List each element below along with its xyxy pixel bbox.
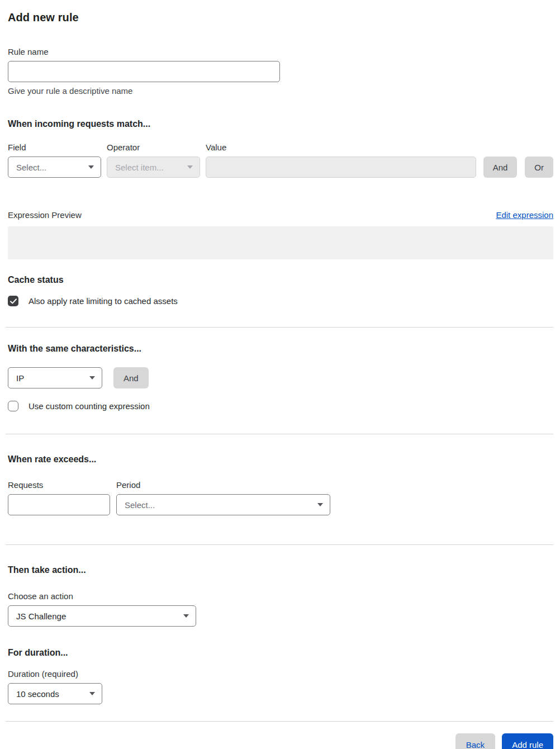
- value-column: Value: [206, 143, 476, 178]
- chevron-down-icon: [317, 503, 323, 506]
- period-label: Period: [116, 480, 330, 490]
- chevron-down-icon: [187, 165, 193, 169]
- back-button[interactable]: Back: [455, 733, 495, 749]
- operator-select-value: Select item...: [115, 163, 164, 172]
- field-select[interactable]: Select...: [8, 157, 101, 178]
- action-select-value: JS Challenge: [16, 611, 66, 621]
- custom-counting-checkbox[interactable]: [8, 401, 18, 411]
- requests-input[interactable]: [8, 494, 110, 515]
- section-heading-action: Then take action...: [8, 565, 553, 575]
- divider: [6, 434, 553, 434]
- characteristic-select[interactable]: IP: [8, 367, 102, 388]
- section-heading-characteristics: With the same characteristics...: [8, 344, 553, 354]
- match-row: Field Select... Operator Select item... …: [8, 143, 553, 178]
- period-column: Period Select...: [116, 480, 330, 515]
- chevron-down-icon: [89, 692, 95, 695]
- divider: [6, 544, 553, 545]
- cached-assets-label: Also apply rate limiting to cached asset…: [29, 296, 178, 306]
- edit-expression-link[interactable]: Edit expression: [496, 210, 553, 220]
- value-label: Value: [206, 143, 476, 152]
- rule-name-label: Rule name: [8, 47, 553, 56]
- period-select[interactable]: Select...: [116, 494, 330, 515]
- cached-assets-checkbox[interactable]: [8, 296, 18, 306]
- duration-select-value: 10 seconds: [16, 689, 59, 699]
- operator-column: Operator Select item...: [107, 143, 200, 178]
- expression-preview-box: [8, 226, 553, 259]
- or-button[interactable]: Or: [525, 157, 553, 178]
- rule-name-input[interactable]: [8, 61, 280, 82]
- rate-row: Requests Period Select...: [8, 480, 553, 515]
- expression-preview-label: Expression Preview: [8, 210, 82, 220]
- add-rule-form: Add new rule Rule name Give your rule a …: [0, 0, 560, 749]
- rule-name-group: Rule name Give your rule a descriptive n…: [8, 47, 553, 96]
- duration-label: Duration (required): [8, 669, 553, 679]
- value-input: [206, 157, 476, 178]
- operator-label: Operator: [107, 143, 200, 152]
- requests-label: Requests: [8, 480, 110, 490]
- characteristic-select-value: IP: [16, 373, 24, 383]
- and-button[interactable]: And: [483, 157, 518, 178]
- and-column: And: [483, 157, 518, 178]
- action-select[interactable]: JS Challenge: [8, 605, 196, 627]
- period-select-value: Select...: [125, 500, 155, 510]
- section-heading-rate: When rate exceeds...: [8, 454, 553, 464]
- section-heading-duration: For duration...: [8, 648, 553, 658]
- characteristics-row: IP And: [8, 367, 553, 388]
- form-footer: Back Add rule: [8, 733, 553, 749]
- field-label: Field: [8, 143, 101, 152]
- characteristic-and-button[interactable]: And: [113, 367, 149, 388]
- duration-select[interactable]: 10 seconds: [8, 683, 102, 704]
- action-label: Choose an action: [8, 591, 553, 601]
- custom-counting-row: Use custom counting expression: [8, 401, 553, 411]
- divider: [6, 721, 553, 722]
- operator-select: Select item...: [107, 157, 200, 178]
- or-column: Or: [525, 157, 553, 178]
- custom-counting-label: Use custom counting expression: [29, 401, 150, 411]
- expression-preview-header: Expression Preview Edit expression: [8, 210, 553, 220]
- divider: [6, 327, 553, 328]
- cached-assets-row: Also apply rate limiting to cached asset…: [8, 296, 553, 306]
- field-column: Field Select...: [8, 143, 101, 178]
- rule-name-helper: Give your rule a descriptive name: [8, 86, 553, 96]
- checkmark-icon: [10, 298, 17, 304]
- add-rule-button[interactable]: Add rule: [502, 733, 553, 749]
- section-heading-cache-status: Cache status: [8, 275, 553, 285]
- field-select-value: Select...: [16, 163, 46, 172]
- chevron-down-icon: [88, 165, 94, 169]
- chevron-down-icon: [183, 614, 189, 618]
- requests-column: Requests: [8, 480, 110, 515]
- page-title: Add new rule: [8, 11, 553, 24]
- section-heading-match: When incoming requests match...: [8, 119, 553, 129]
- chevron-down-icon: [89, 376, 95, 380]
